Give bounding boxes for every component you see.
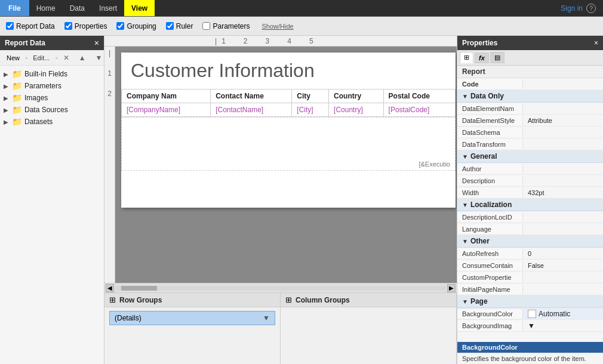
- prop-row-data-element-style: DataElementStyle Attribute: [457, 115, 603, 127]
- prop-row-data-element-name: DataElementNam: [457, 103, 603, 115]
- prop-row-consume-contain: ConsumeContain False: [457, 260, 603, 272]
- prop-value[interactable]: [523, 288, 603, 291]
- prop-value[interactable]: ▼: [523, 320, 603, 331]
- section-data-only[interactable]: ▼ Data Only: [457, 90, 603, 103]
- panel-toolbar: New ▪ Edit... ▪ ✕ ▲ ▼: [0, 50, 104, 66]
- section-other[interactable]: ▼ Other: [457, 235, 603, 248]
- grouping-label: Grouping: [127, 22, 156, 30]
- data-menu[interactable]: Data: [63, 0, 92, 16]
- home-menu[interactable]: Home: [29, 0, 63, 16]
- prop-value: 0: [523, 249, 603, 258]
- section-localization[interactable]: ▼ Localization: [457, 199, 603, 211]
- scroll-left-btn[interactable]: ◀: [106, 284, 114, 292]
- sign-in[interactable]: Sign in ?: [553, 1, 603, 16]
- section-page[interactable]: ▼ Page: [457, 295, 603, 308]
- file-menu[interactable]: File: [0, 0, 29, 16]
- props-close-btn[interactable]: ×: [594, 39, 598, 47]
- props-list: Code ▼ Data Only DataElementNam DataElem…: [457, 78, 603, 342]
- section-label: Page: [470, 297, 488, 306]
- prop-value-description[interactable]: [523, 180, 603, 182]
- dropdown-arrow-icon[interactable]: ▼: [263, 314, 270, 322]
- insert-menu[interactable]: Insert: [92, 0, 124, 16]
- properties-check[interactable]: [64, 22, 72, 30]
- tree-label: Datasets: [24, 118, 53, 126]
- help-icon[interactable]: ?: [586, 4, 596, 13]
- ruler-check[interactable]: [166, 22, 174, 30]
- folder-icon: 📁: [12, 117, 22, 127]
- show-hide-link[interactable]: Show/Hide: [262, 23, 294, 30]
- menu-bar: File Home Data Insert View Sign in ?: [0, 0, 603, 17]
- edit-button[interactable]: Edit...: [29, 53, 54, 63]
- main-content: Report Data × New ▪ Edit... ▪ ✕ ▲ ▼ ▶ 📁 …: [0, 36, 603, 364]
- properties-checkbox[interactable]: Properties: [64, 22, 107, 30]
- prop-name: DataElementNam: [457, 104, 523, 113]
- row-groups-panel: ⊞ Row Groups (Details) ▼: [104, 293, 281, 364]
- canvas-area[interactable]: Customer Information Company Nam Contact…: [115, 47, 457, 283]
- bg-color-value: Automatic: [539, 310, 570, 318]
- prop-value[interactable]: [523, 131, 603, 134]
- tree-item-datasets[interactable]: ▶ 📁 Datasets: [0, 116, 104, 128]
- prop-value-width: 432pt: [523, 188, 603, 198]
- report-canvas: Customer Information Company Nam Contact…: [121, 53, 456, 208]
- prop-name: CustomPropertie: [457, 273, 523, 282]
- prop-value: False: [523, 261, 603, 270]
- tree-item-images[interactable]: ▶ 📁 Images: [0, 92, 104, 104]
- scroll-right-btn[interactable]: ▶: [447, 284, 456, 292]
- grouping-checkbox[interactable]: Grouping: [116, 22, 156, 30]
- props-tab-fx[interactable]: fx: [475, 53, 489, 63]
- row-groups-content: (Details) ▼: [104, 307, 280, 329]
- v-ruler-1: 1: [107, 69, 112, 78]
- section-arrow-icon: ▼: [462, 202, 468, 208]
- properties-label: Properties: [75, 22, 107, 30]
- prop-value[interactable]: [523, 107, 603, 110]
- tree-item-built-in-fields[interactable]: ▶ 📁 Built-in Fields: [0, 68, 104, 80]
- panel-close-btn[interactable]: ×: [94, 38, 99, 48]
- prop-value[interactable]: [523, 216, 603, 218]
- panel-title: Report Data: [5, 39, 45, 47]
- tree-item-data-sources[interactable]: ▶ 📁 Data Sources: [0, 104, 104, 116]
- grouping-check[interactable]: [116, 22, 124, 30]
- section-label: Localization: [470, 200, 512, 209]
- row-groups-title: Row Groups: [119, 296, 162, 304]
- section-arrow-icon: ▼: [462, 238, 468, 245]
- prop-value-author[interactable]: [523, 168, 603, 170]
- prop-value: Attribute: [523, 116, 603, 125]
- parameters-checkbox[interactable]: Parameters: [202, 22, 250, 30]
- prop-value[interactable]: [523, 276, 603, 279]
- report-data-checkbox[interactable]: Report Data: [6, 22, 55, 30]
- ruler: | 1 2 3 4 5: [104, 36, 457, 47]
- prop-row-initial-page: InitialPageName: [457, 283, 603, 295]
- column-groups-header: ⊞ Column Groups: [281, 293, 456, 307]
- prop-name-code: Code: [457, 79, 523, 89]
- ruler-checkbox[interactable]: Ruler: [166, 22, 193, 30]
- scroll-track[interactable]: [115, 286, 446, 291]
- prop-value[interactable]: [523, 228, 603, 230]
- prop-row-data-transform: DataTransform: [457, 138, 603, 150]
- props-tab-grid[interactable]: ⊞: [460, 52, 473, 63]
- prop-row-data-schema: DataSchema: [457, 127, 603, 138]
- prop-name: BackgroundImag: [457, 321, 523, 331]
- prop-value-bg-color[interactable]: Automatic: [523, 309, 603, 319]
- tree-item-parameters[interactable]: ▶ 📁 Parameters: [0, 80, 104, 92]
- column-groups-content: [281, 307, 456, 312]
- prop-row-width: Width 432pt: [457, 187, 603, 199]
- delete-button[interactable]: ✕: [59, 52, 73, 64]
- move-up-button[interactable]: ▲: [75, 52, 90, 64]
- tree-label: Parameters: [24, 82, 61, 90]
- section-arrow-icon: ▼: [462, 153, 468, 160]
- h-scrollbar[interactable]: ◀ ▶: [104, 283, 457, 292]
- prop-row-bg-color: BackgroundColor Automatic: [457, 308, 603, 320]
- folder-icon: 📁: [12, 93, 22, 103]
- parameters-check[interactable]: [202, 22, 210, 30]
- folder-icon: 📁: [12, 81, 22, 91]
- report-data-check[interactable]: [6, 22, 14, 30]
- prop-value[interactable]: [523, 143, 603, 146]
- details-group-item[interactable]: (Details) ▼: [109, 311, 275, 325]
- props-status-desc: Specifies the background color of the it…: [457, 353, 603, 364]
- view-menu[interactable]: View: [124, 0, 155, 16]
- section-general[interactable]: ▼ General: [457, 150, 603, 163]
- prop-name: DataElementStyle: [457, 116, 523, 125]
- new-button[interactable]: New: [2, 53, 24, 63]
- props-tab-list[interactable]: ▤: [490, 52, 504, 63]
- move-down-button[interactable]: ▼: [91, 52, 104, 64]
